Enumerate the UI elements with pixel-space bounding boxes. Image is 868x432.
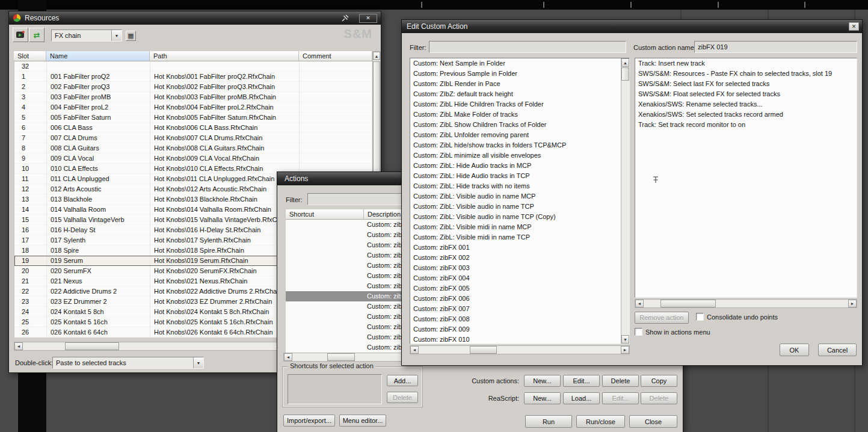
list-item[interactable]: Custom: zibFX 003 [410,263,620,273]
list-item[interactable]: Custom: zibFX 002 [410,253,620,263]
scroll-left-icon[interactable]: ◄ [14,342,23,350]
list-item[interactable]: Custom: ZibL: Visible audio in name MCP [410,191,620,202]
list-item[interactable]: Custom: ZibL Show Children Tracks of Fol… [410,120,620,130]
fx-chain-slot-row[interactable]: 7 007 CLA Drums Hot Knobs\007 CLA Drums.… [14,133,372,143]
list-item[interactable]: Track: Set track record monitor to on [635,120,857,130]
remove-action-button[interactable]: Remove action [635,312,689,324]
list-item[interactable]: Custom: zibFX 004 [410,273,620,283]
list-item[interactable]: SWS/S&M: Select last FX for selected tra… [635,79,857,89]
column-header-name[interactable]: Name [46,51,150,61]
custom-action-delete-button[interactable]: Delete [602,375,639,387]
list-item[interactable]: Custom: zibFX 008 [410,314,620,324]
scroll-left-icon[interactable]: ◄ [284,353,292,361]
resource-type-dropdown[interactable]: FX chain ▼ [51,29,122,42]
double-click-action-dropdown[interactable]: Paste to selected tracks ▼ [52,357,204,369]
list-item[interactable]: Track: Insert new track [635,58,857,69]
list-item[interactable]: Custom: Previous Sample in Folder [410,69,620,79]
shortcut-listbox[interactable] [288,374,382,404]
column-header-shortcut[interactable]: Shortcut [286,209,364,220]
import-export-button[interactable]: Import/export... [283,415,335,427]
run-close-button[interactable]: Run/close [576,415,625,428]
tie-slots-button[interactable]: ▦ [126,31,136,41]
fx-chain-slot-row[interactable]: 4 004 FabFilter proL2 Hot Knobs\004 FabF… [14,102,372,113]
scrollbar-thumb[interactable] [621,67,629,81]
ok-button[interactable]: OK [780,344,809,356]
list-item[interactable]: Custom: ZibL: Visible midi in name TCP [410,232,620,242]
scrollbar-thumb[interactable] [660,300,716,307]
list-item[interactable]: Xenakios/SWS: Set selected tracks record… [635,110,857,120]
reascript-load-button[interactable]: Load... [563,392,600,404]
cancel-button[interactable]: Cancel [818,344,857,356]
checkbox-icon[interactable] [696,313,704,321]
scroll-right-icon[interactable]: ► [621,346,629,354]
list-item[interactable]: Custom: zibFX 007 [410,304,620,314]
add-shortcut-button[interactable]: Add... [387,375,418,386]
resources-titlebar[interactable]: Resources ✕ [9,11,381,25]
list-item[interactable]: Custom: ZibL Unfolder removing parent [410,130,620,140]
checkbox-icon[interactable] [635,328,642,336]
list-item[interactable]: Custom: ZIbZ: default track height [410,89,620,99]
custom-action-copy-button[interactable]: Copy [641,375,677,387]
list-item[interactable]: Custom: ZibL: Visible midi in name MCP [410,222,620,232]
close-button[interactable]: Close [629,415,677,428]
list-item[interactable]: Custom: ZibL: Visible audio in name TCP [410,202,620,212]
scroll-left-icon[interactable]: ◄ [410,346,419,354]
list-item[interactable]: Custom: zibFX 005 [410,283,620,294]
fx-chain-slot-row[interactable]: 9 009 CLA Vocal Hot Knobs\009 CLA Vocal.… [14,153,372,164]
delete-shortcut-button[interactable]: Delete [387,392,418,403]
sync-button[interactable]: ⇄ [29,28,45,42]
list-item[interactable]: Custom: ZibL: Hide Audio tracks in MCP [410,161,620,171]
horizontal-scrollbar[interactable]: ◄ ► [635,299,857,308]
list-item[interactable]: SWS/S&M: Resources - Paste FX chain to s… [635,69,857,79]
scroll-up-icon[interactable]: ▲ [373,52,380,60]
fx-chain-slot-row[interactable]: 5 005 FabFilter Saturn Hot Knobs\005 Fab… [14,113,372,123]
list-item[interactable]: Custom: zibFX 009 [410,324,620,335]
custom-action-name-input[interactable]: zibFX 019 [694,41,857,53]
auto-fill-button[interactable] [13,28,28,42]
scroll-left-icon[interactable]: ◄ [635,300,644,307]
fx-chain-slot-row[interactable]: 1 001 FabFilter proQ2 Hot Knobs\001 FabF… [14,72,372,82]
list-item[interactable]: SWS/S&M: Float selected FX for selected … [635,89,857,99]
custom-action-edit-button[interactable]: Edit... [563,375,600,387]
fx-chain-slot-row[interactable]: 2 002 FabFilter proQ3 Hot Knobs\002 FabF… [14,82,372,92]
list-item[interactable]: Custom: zibFX 010 [410,335,620,344]
close-icon[interactable]: ✕ [849,22,859,31]
reascript-delete-button[interactable]: Delete [641,392,677,404]
fx-chain-slot-row[interactable]: 6 006 CLA Bass Hot Knobs\006 CLA Bass.Rf… [14,123,372,133]
scroll-down-icon[interactable]: ▼ [621,335,629,344]
run-button[interactable]: Run [525,415,572,428]
edit-custom-action-titlebar[interactable]: Edit Custom Action [402,20,862,33]
list-item[interactable]: Custom: zibFX 001 [410,242,620,253]
fx-chain-slot-row[interactable]: 8 008 CLA Guitars Hot Knobs\008 CLA Guit… [14,143,372,153]
custom-action-new-button[interactable]: New... [524,375,561,387]
scroll-right-icon[interactable]: ► [848,300,857,307]
list-item[interactable]: Custom: ZibL: Visible audio in name TCP … [410,212,620,222]
list-item[interactable]: Xenakios/SWS: Rename selected tracks... [635,99,857,110]
close-icon[interactable]: ✕ [359,14,377,23]
scrollbar-thumb[interactable] [65,342,119,350]
scrollbar-thumb[interactable] [327,353,355,361]
filter-input[interactable] [429,41,626,53]
list-item[interactable]: Custom: ZibL: Hide tracks with no items [410,181,620,191]
list-item[interactable]: Custom: ZibL Hide Children Tracks of Fol… [410,99,620,110]
column-header-slot[interactable]: Slot [14,51,46,61]
list-item[interactable]: Custom: ZIbL Render in Pace [410,79,620,89]
horizontal-scrollbar[interactable]: ◄ ► [410,345,630,354]
scrollbar-thumb[interactable] [373,61,380,174]
reascript-edit-button[interactable]: Edit... [602,392,639,404]
vertical-scrollbar[interactable]: ▲ ▼ [621,58,629,344]
column-header-path[interactable]: Path [150,51,299,61]
show-in-actions-menu-checkbox[interactable]: Show in actions menu [635,328,710,336]
scroll-up-icon[interactable]: ▲ [621,58,629,67]
scrollbar-thumb[interactable] [470,346,497,354]
list-item[interactable]: Custom: Next Sample in Folder [410,58,620,69]
consolidate-undo-checkbox[interactable]: Consolidate undo points [696,313,778,321]
dock-pin-icon[interactable] [340,14,349,23]
fx-chain-slot-row[interactable]: 3 003 FabFilter proMB Hot Knobs\003 FabF… [14,92,372,102]
reascript-new-button[interactable]: New... [524,392,561,404]
list-item[interactable]: Custom: ZibL Make Folder of tracks [410,110,620,120]
list-item[interactable]: Custom: ZibL: Hide Audio tracks in TCP [410,171,620,181]
list-item[interactable]: Custom: ZibL hide/show tracks in folders… [410,140,620,150]
list-item[interactable]: Custom: zibFX 006 [410,294,620,304]
column-header-comment[interactable]: Comment [299,51,372,61]
